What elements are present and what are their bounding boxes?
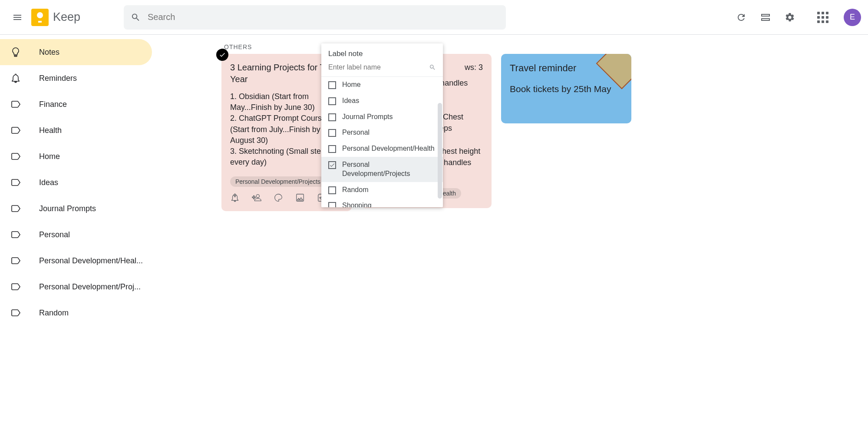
apps-grid-icon bbox=[817, 12, 828, 23]
list-view-button[interactable] bbox=[755, 7, 776, 28]
app-logo[interactable]: Keep bbox=[31, 9, 80, 26]
search-container bbox=[124, 5, 506, 30]
refresh-button[interactable] bbox=[731, 7, 752, 28]
header-actions: E bbox=[731, 7, 861, 28]
account-avatar[interactable]: E bbox=[844, 9, 861, 26]
list-view-icon bbox=[760, 12, 771, 23]
search-input[interactable] bbox=[148, 12, 499, 22]
settings-button[interactable] bbox=[779, 7, 800, 28]
google-apps-button[interactable] bbox=[812, 7, 833, 28]
search-box[interactable] bbox=[124, 5, 506, 30]
keep-logo-icon bbox=[31, 9, 49, 26]
app-header: Keep E bbox=[0, 0, 868, 35]
hamburger-icon bbox=[12, 12, 23, 23]
gear-icon bbox=[785, 12, 795, 23]
refresh-icon bbox=[736, 12, 746, 23]
search-icon bbox=[131, 12, 141, 23]
main-menu-button[interactable] bbox=[7, 7, 28, 28]
app-title: Keep bbox=[53, 10, 80, 24]
